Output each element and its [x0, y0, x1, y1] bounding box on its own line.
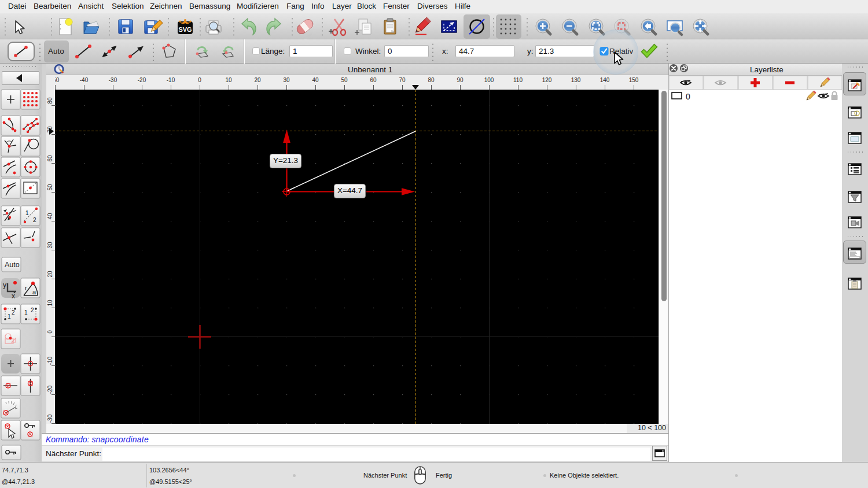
svg-text:2: 2	[33, 217, 36, 223]
svg-text:1: 1	[25, 210, 29, 216]
svg-text:a: a	[32, 289, 36, 295]
svg-text:SVG: SVG	[178, 26, 192, 33]
svg-text:0: 0	[686, 92, 690, 101]
svg-text:x: x	[12, 292, 15, 300]
svg-text:2: 2	[12, 309, 15, 316]
svg-text:1: 1	[24, 309, 28, 316]
svg-text:r: r	[25, 284, 27, 291]
svg-text:2: 2	[31, 307, 34, 313]
svg-text:y: y	[3, 281, 6, 289]
svg-text:1: 1	[8, 313, 11, 320]
svg-text:Auto: Auto	[5, 261, 20, 269]
